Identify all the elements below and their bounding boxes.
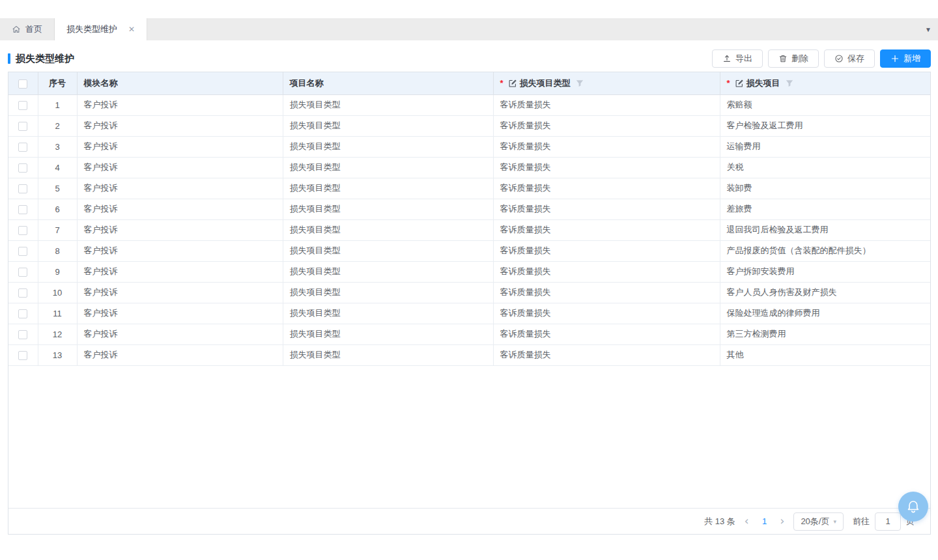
cell-checkbox bbox=[8, 178, 38, 199]
table-row: 1客户投诉损失项目类型客诉质量损失索赔额 bbox=[8, 94, 930, 115]
title-accent-bar bbox=[8, 53, 10, 64]
cell-checkbox bbox=[8, 282, 38, 303]
check-circle-icon bbox=[834, 54, 844, 63]
table-row: 7客户投诉损失项目类型客诉质量损失退回我司后检验及返工费用 bbox=[8, 219, 930, 240]
column-header-module: 模块名称 bbox=[77, 72, 283, 94]
next-page-icon[interactable]: › bbox=[780, 516, 785, 527]
prev-page-icon[interactable]: ‹ bbox=[745, 516, 749, 527]
tab-close-icon[interactable]: ✕ bbox=[128, 25, 135, 33]
row-checkbox[interactable] bbox=[18, 143, 27, 152]
tab-list-dropdown-icon[interactable]: ▼ bbox=[925, 18, 931, 40]
tab-bar: 首页 损失类型维护 ✕ ▼ bbox=[0, 18, 938, 40]
cell-project: 损失项目类型 bbox=[283, 199, 493, 219]
select-all-checkbox[interactable] bbox=[18, 79, 27, 89]
cell-loss-type: 客诉质量损失 bbox=[493, 178, 720, 199]
table-header-row: 序号 模块名称 项目名称 * 损失项目类型 bbox=[8, 72, 930, 94]
cell-index: 13 bbox=[38, 344, 77, 365]
cell-module: 客户投诉 bbox=[77, 178, 283, 199]
cell-loss-item: 运输费用 bbox=[720, 136, 930, 157]
cell-loss-type: 客诉质量损失 bbox=[493, 157, 720, 178]
cell-project: 损失项目类型 bbox=[283, 240, 493, 261]
cell-project: 损失项目类型 bbox=[283, 178, 493, 199]
row-checkbox[interactable] bbox=[18, 247, 27, 256]
notification-fab[interactable] bbox=[898, 492, 928, 522]
data-table-container: 序号 模块名称 项目名称 * 损失项目类型 bbox=[8, 72, 931, 535]
cell-module: 客户投诉 bbox=[77, 324, 283, 344]
row-checkbox[interactable] bbox=[18, 122, 27, 131]
row-checkbox[interactable] bbox=[18, 101, 27, 110]
cell-index: 1 bbox=[38, 94, 77, 115]
cell-checkbox bbox=[8, 261, 38, 282]
edit-icon bbox=[735, 79, 744, 88]
row-checkbox[interactable] bbox=[18, 163, 27, 173]
cell-checkbox bbox=[8, 303, 38, 324]
tab-loss-type-maintenance[interactable]: 损失类型维护 ✕ bbox=[55, 18, 147, 40]
page-title: 损失类型维护 bbox=[16, 53, 74, 65]
column-header-loss-item: * 损失项目 bbox=[720, 72, 930, 94]
cell-loss-type: 客诉质量损失 bbox=[493, 199, 720, 219]
table-row: 4客户投诉损失项目类型客诉质量损失关税 bbox=[8, 157, 930, 178]
cell-checkbox bbox=[8, 199, 38, 219]
plus-icon bbox=[890, 54, 900, 63]
save-button[interactable]: 保存 bbox=[824, 49, 875, 68]
column-header-loss-type: * 损失项目类型 bbox=[493, 72, 720, 94]
column-header-project: 项目名称 bbox=[283, 72, 493, 94]
trash-icon bbox=[778, 54, 788, 63]
row-checkbox[interactable] bbox=[18, 184, 27, 193]
row-checkbox[interactable] bbox=[18, 226, 27, 235]
cell-module: 客户投诉 bbox=[77, 282, 283, 303]
tab-home-label: 首页 bbox=[25, 23, 42, 35]
export-button[interactable]: 导出 bbox=[712, 49, 763, 68]
cell-index: 9 bbox=[38, 261, 77, 282]
row-checkbox[interactable] bbox=[18, 205, 27, 214]
current-page-number[interactable]: 1 bbox=[758, 516, 771, 526]
row-checkbox[interactable] bbox=[18, 309, 27, 318]
cell-checkbox bbox=[8, 219, 38, 240]
title-wrap: 损失类型维护 bbox=[8, 53, 74, 65]
toolbar: 导出 删除 保存 新增 bbox=[712, 49, 931, 68]
add-button[interactable]: 新增 bbox=[880, 49, 931, 68]
cell-project: 损失项目类型 bbox=[283, 282, 493, 303]
cell-project: 损失项目类型 bbox=[283, 115, 493, 136]
delete-button[interactable]: 删除 bbox=[768, 49, 819, 68]
cell-loss-item: 客户检验及返工费用 bbox=[720, 115, 930, 136]
row-checkbox[interactable] bbox=[18, 330, 27, 339]
data-table: 序号 模块名称 项目名称 * 损失项目类型 bbox=[8, 72, 930, 366]
cell-index: 2 bbox=[38, 115, 77, 136]
cell-project: 损失项目类型 bbox=[283, 157, 493, 178]
home-icon bbox=[12, 25, 21, 34]
cell-loss-type: 客诉质量损失 bbox=[493, 303, 720, 324]
cell-module: 客户投诉 bbox=[77, 344, 283, 365]
cell-loss-type: 客诉质量损失 bbox=[493, 344, 720, 365]
cell-index: 8 bbox=[38, 240, 77, 261]
row-checkbox[interactable] bbox=[18, 351, 27, 360]
cell-loss-item: 差旅费 bbox=[720, 199, 930, 219]
cell-module: 客户投诉 bbox=[77, 219, 283, 240]
table-row: 3客户投诉损失项目类型客诉质量损失运输费用 bbox=[8, 136, 930, 157]
tab-home[interactable]: 首页 bbox=[0, 18, 55, 40]
table-row: 5客户投诉损失项目类型客诉质量损失装卸费 bbox=[8, 178, 930, 199]
row-checkbox[interactable] bbox=[18, 288, 27, 298]
cell-module: 客户投诉 bbox=[77, 94, 283, 115]
pagination-total: 共 13 条 bbox=[704, 516, 735, 527]
cell-checkbox bbox=[8, 344, 38, 365]
cell-module: 客户投诉 bbox=[77, 240, 283, 261]
edit-icon bbox=[508, 79, 517, 88]
filter-icon[interactable] bbox=[576, 79, 584, 87]
cell-module: 客户投诉 bbox=[77, 115, 283, 136]
cell-index: 12 bbox=[38, 324, 77, 344]
cell-module: 客户投诉 bbox=[77, 199, 283, 219]
page-size-select[interactable]: 20条/页 ▾ bbox=[793, 512, 844, 531]
cell-project: 损失项目类型 bbox=[283, 219, 493, 240]
goto-page-input[interactable] bbox=[875, 512, 901, 531]
cell-project: 损失项目类型 bbox=[283, 136, 493, 157]
table-row: 8客户投诉损失项目类型客诉质量损失产品报废的货值（含装配的配件损失） bbox=[8, 240, 930, 261]
cell-module: 客户投诉 bbox=[77, 157, 283, 178]
cell-checkbox bbox=[8, 324, 38, 344]
cell-index: 10 bbox=[38, 282, 77, 303]
cell-loss-item: 退回我司后检验及返工费用 bbox=[720, 219, 930, 240]
row-checkbox[interactable] bbox=[18, 268, 27, 277]
table-empty-area bbox=[8, 366, 930, 509]
filter-icon[interactable] bbox=[786, 79, 793, 87]
cell-loss-item: 产品报废的货值（含装配的配件损失） bbox=[720, 240, 930, 261]
